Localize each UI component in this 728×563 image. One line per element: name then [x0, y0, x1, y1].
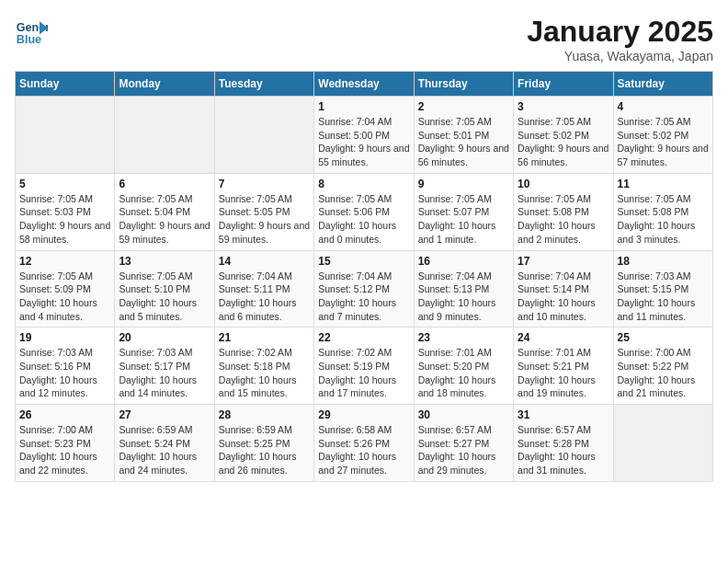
day-info: Sunrise: 7:01 AMSunset: 5:21 PMDaylight:…: [518, 346, 609, 400]
day-number: 31: [518, 408, 609, 421]
table-row: 31Sunrise: 6:57 AMSunset: 5:28 PMDayligh…: [514, 405, 613, 482]
day-number: 10: [518, 178, 609, 190]
day-number: 14: [219, 255, 310, 268]
day-number: 5: [19, 178, 110, 190]
day-number: 24: [518, 331, 609, 344]
svg-text:Blue: Blue: [17, 33, 41, 46]
table-row: 16Sunrise: 7:04 AMSunset: 5:13 PMDayligh…: [414, 250, 513, 327]
day-number: 17: [518, 255, 609, 268]
day-number: 16: [418, 255, 509, 268]
day-info: Sunrise: 7:05 AMSunset: 5:03 PMDaylight:…: [19, 192, 110, 247]
day-info: Sunrise: 7:04 AMSunset: 5:00 PMDaylight:…: [318, 115, 409, 169]
day-info: Sunrise: 7:03 AMSunset: 5:17 PMDaylight:…: [119, 346, 210, 400]
day-info: Sunrise: 7:05 AMSunset: 5:10 PMDaylight:…: [119, 270, 210, 324]
day-info: Sunrise: 6:59 AMSunset: 5:24 PMDaylight:…: [119, 423, 210, 477]
week-row-4: 26Sunrise: 7:00 AMSunset: 5:23 PMDayligh…: [16, 405, 713, 482]
day-info: Sunrise: 7:04 AMSunset: 5:12 PMDaylight:…: [318, 270, 409, 324]
day-info: Sunrise: 7:05 AMSunset: 5:09 PMDaylight:…: [19, 270, 110, 324]
table-row: 27Sunrise: 6:59 AMSunset: 5:24 PMDayligh…: [115, 405, 214, 482]
table-row: 4Sunrise: 7:05 AMSunset: 5:02 PMDaylight…: [613, 97, 712, 174]
day-info: Sunrise: 6:57 AMSunset: 5:27 PMDaylight:…: [418, 423, 509, 477]
calendar-body: 1Sunrise: 7:04 AMSunset: 5:00 PMDaylight…: [16, 97, 713, 482]
table-row: 1Sunrise: 7:04 AMSunset: 5:00 PMDaylight…: [314, 97, 414, 174]
calendar-title: January 2025: [527, 15, 713, 49]
day-number: 13: [119, 255, 210, 268]
table-row: [16, 97, 115, 174]
header-tuesday: Tuesday: [214, 72, 313, 97]
day-info: Sunrise: 7:05 AMSunset: 5:08 PMDaylight:…: [518, 192, 609, 247]
day-number: 9: [418, 178, 509, 190]
table-row: 12Sunrise: 7:05 AMSunset: 5:09 PMDayligh…: [16, 250, 115, 327]
day-info: Sunrise: 7:01 AMSunset: 5:20 PMDaylight:…: [418, 346, 509, 400]
day-info: Sunrise: 7:00 AMSunset: 5:23 PMDaylight:…: [19, 423, 110, 477]
table-row: 19Sunrise: 7:03 AMSunset: 5:16 PMDayligh…: [16, 327, 115, 405]
logo: General Blue: [15, 15, 50, 48]
table-row: 5Sunrise: 7:05 AMSunset: 5:03 PMDaylight…: [16, 173, 115, 250]
header-monday: Monday: [115, 72, 214, 97]
table-row: 6Sunrise: 7:05 AMSunset: 5:04 PMDaylight…: [115, 173, 214, 250]
day-info: Sunrise: 7:05 AMSunset: 5:06 PMDaylight:…: [318, 192, 409, 247]
day-number: 19: [19, 331, 110, 344]
header-saturday: Saturday: [613, 72, 712, 97]
table-row: 8Sunrise: 7:05 AMSunset: 5:06 PMDaylight…: [314, 173, 414, 250]
table-row: 9Sunrise: 7:05 AMSunset: 5:07 PMDaylight…: [414, 173, 513, 250]
table-row: [214, 97, 313, 174]
table-row: 26Sunrise: 7:00 AMSunset: 5:23 PMDayligh…: [16, 405, 115, 482]
day-info: Sunrise: 6:57 AMSunset: 5:28 PMDaylight:…: [518, 423, 609, 477]
week-row-3: 19Sunrise: 7:03 AMSunset: 5:16 PMDayligh…: [16, 327, 713, 405]
table-row: 20Sunrise: 7:03 AMSunset: 5:17 PMDayligh…: [115, 327, 214, 405]
day-info: Sunrise: 7:00 AMSunset: 5:22 PMDaylight:…: [618, 346, 709, 400]
day-number: 25: [618, 331, 709, 344]
table-row: 30Sunrise: 6:57 AMSunset: 5:27 PMDayligh…: [414, 405, 513, 482]
day-number: 8: [318, 178, 409, 190]
day-info: Sunrise: 7:05 AMSunset: 5:08 PMDaylight:…: [618, 192, 709, 247]
table-row: 23Sunrise: 7:01 AMSunset: 5:20 PMDayligh…: [414, 327, 513, 405]
day-info: Sunrise: 7:05 AMSunset: 5:02 PMDaylight:…: [618, 115, 709, 169]
day-info: Sunrise: 6:59 AMSunset: 5:25 PMDaylight:…: [219, 423, 310, 477]
table-row: 21Sunrise: 7:02 AMSunset: 5:18 PMDayligh…: [214, 327, 313, 405]
day-number: 2: [418, 100, 509, 113]
title-area: January 2025 Yuasa, Wakayama, Japan: [527, 15, 713, 63]
day-number: 3: [518, 100, 609, 113]
week-row-2: 12Sunrise: 7:05 AMSunset: 5:09 PMDayligh…: [16, 250, 713, 327]
table-row: 13Sunrise: 7:05 AMSunset: 5:10 PMDayligh…: [115, 250, 214, 327]
table-row: 29Sunrise: 6:58 AMSunset: 5:26 PMDayligh…: [314, 405, 414, 482]
day-number: 22: [318, 331, 409, 344]
calendar-subtitle: Yuasa, Wakayama, Japan: [527, 49, 713, 63]
table-row: 3Sunrise: 7:05 AMSunset: 5:02 PMDaylight…: [514, 97, 613, 174]
day-info: Sunrise: 6:58 AMSunset: 5:26 PMDaylight:…: [318, 423, 409, 477]
table-row: [613, 405, 712, 482]
header-wednesday: Wednesday: [314, 72, 414, 97]
logo-icon: General Blue: [15, 15, 48, 48]
day-number: 26: [19, 408, 110, 421]
day-info: Sunrise: 7:05 AMSunset: 5:04 PMDaylight:…: [119, 192, 210, 247]
day-number: 21: [219, 331, 310, 344]
day-info: Sunrise: 7:02 AMSunset: 5:19 PMDaylight:…: [318, 346, 409, 400]
day-info: Sunrise: 7:03 AMSunset: 5:16 PMDaylight:…: [19, 346, 110, 400]
day-number: 4: [618, 100, 709, 113]
table-row: 22Sunrise: 7:02 AMSunset: 5:19 PMDayligh…: [314, 327, 414, 405]
day-info: Sunrise: 7:05 AMSunset: 5:01 PMDaylight:…: [418, 115, 509, 169]
day-info: Sunrise: 7:05 AMSunset: 5:05 PMDaylight:…: [219, 192, 310, 247]
week-row-0: 1Sunrise: 7:04 AMSunset: 5:00 PMDaylight…: [16, 97, 713, 174]
day-info: Sunrise: 7:04 AMSunset: 5:11 PMDaylight:…: [219, 270, 310, 324]
day-number: 7: [219, 178, 310, 190]
day-number: 29: [318, 408, 409, 421]
day-info: Sunrise: 7:04 AMSunset: 5:14 PMDaylight:…: [518, 270, 609, 324]
day-number: 28: [219, 408, 310, 421]
calendar-table: Sunday Monday Tuesday Wednesday Thursday…: [15, 71, 713, 482]
table-row: 2Sunrise: 7:05 AMSunset: 5:01 PMDaylight…: [414, 97, 513, 174]
header: General Blue January 2025 Yuasa, Wakayam…: [15, 15, 713, 63]
table-row: 24Sunrise: 7:01 AMSunset: 5:21 PMDayligh…: [514, 327, 613, 405]
day-number: 1: [318, 100, 409, 113]
day-number: 11: [618, 178, 709, 190]
table-row: 17Sunrise: 7:04 AMSunset: 5:14 PMDayligh…: [514, 250, 613, 327]
table-row: 15Sunrise: 7:04 AMSunset: 5:12 PMDayligh…: [314, 250, 414, 327]
table-row: 25Sunrise: 7:00 AMSunset: 5:22 PMDayligh…: [613, 327, 712, 405]
day-info: Sunrise: 7:03 AMSunset: 5:15 PMDaylight:…: [618, 270, 709, 324]
day-info: Sunrise: 7:02 AMSunset: 5:18 PMDaylight:…: [219, 346, 310, 400]
week-row-1: 5Sunrise: 7:05 AMSunset: 5:03 PMDaylight…: [16, 173, 713, 250]
day-number: 20: [119, 331, 210, 344]
table-row: [115, 97, 214, 174]
day-info: Sunrise: 7:04 AMSunset: 5:13 PMDaylight:…: [418, 270, 509, 324]
